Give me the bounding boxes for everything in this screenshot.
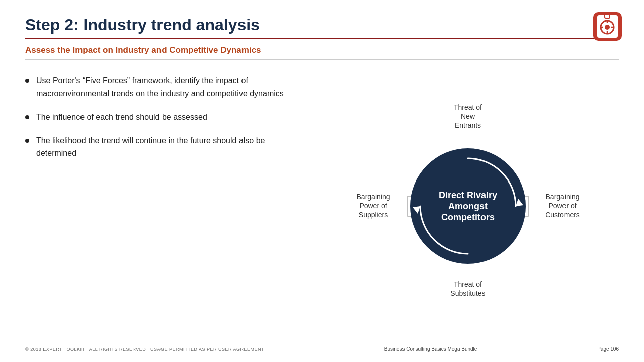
svg-rect-4 (605, 14, 610, 18)
bullet-item-3: The likelihood the trend will continue i… (25, 135, 307, 160)
bullet-item-2: The influence of each trend should be as… (25, 111, 307, 124)
svg-text:Substitutes: Substitutes (450, 289, 485, 297)
main-content: Use Porter's “Five Forces” framework, id… (25, 70, 619, 342)
svg-text:Customers: Customers (545, 211, 580, 219)
svg-text:Amongst: Amongst (448, 201, 488, 211)
svg-text:Bargaining: Bargaining (546, 193, 580, 201)
bullet-item-1: Use Porter's “Five Forces” framework, id… (25, 75, 307, 100)
footer-copyright: © 2018 EXPERT TOOLKIT | ALL RIGHTS RESER… (25, 347, 264, 352)
svg-text:Direct Rivalry: Direct Rivalry (439, 190, 497, 200)
svg-text:Suppliers: Suppliers (359, 211, 388, 219)
svg-text:Power of: Power of (548, 202, 576, 210)
text-area: Use Porter's “Five Forces” framework, id… (25, 70, 307, 342)
svg-text:Threat of: Threat of (454, 103, 482, 111)
page-title: Step 2: Industry trend analysis (25, 15, 619, 34)
svg-point-3 (605, 25, 610, 30)
porter-diagram: Direct Rivalry Amongst Competitors Threa… (342, 85, 594, 327)
bullet-dot-2 (25, 115, 29, 119)
footer-bundle-name: Business Consulting Basics Mega Bundle (384, 346, 477, 352)
bullet-list: Use Porter's “Five Forces” framework, id… (25, 75, 307, 159)
page-container: Step 2: Industry trend analysis Assess t… (0, 0, 644, 362)
bullet-text-3: The likelihood the trend will continue i… (36, 135, 307, 160)
svg-text:Threat of: Threat of (454, 280, 482, 288)
bullet-text-1: Use Porter's “Five Forces” framework, id… (36, 75, 307, 100)
bullet-dot-3 (25, 139, 29, 143)
logo (591, 10, 624, 43)
svg-text:Entrants: Entrants (455, 121, 481, 129)
footer-page-number: Page 106 (597, 346, 619, 352)
subtitle: Assess the Impact on Industry and Compet… (25, 45, 619, 55)
svg-text:Power of: Power of (359, 202, 387, 210)
footer: © 2018 EXPERT TOOLKIT | ALL RIGHTS RESER… (25, 342, 619, 352)
bullet-dot-1 (25, 79, 29, 83)
svg-text:Competitors: Competitors (441, 212, 495, 222)
svg-text:Bargaining: Bargaining (357, 193, 390, 201)
porter-svg: Direct Rivalry Amongst Competitors Threa… (342, 85, 594, 327)
diagram-area: Direct Rivalry Amongst Competitors Threa… (317, 70, 619, 342)
bullet-text-2: The influence of each trend should be as… (36, 111, 307, 124)
subtitle-divider (25, 59, 619, 60)
title-divider (25, 38, 619, 39)
svg-text:New: New (461, 112, 475, 120)
